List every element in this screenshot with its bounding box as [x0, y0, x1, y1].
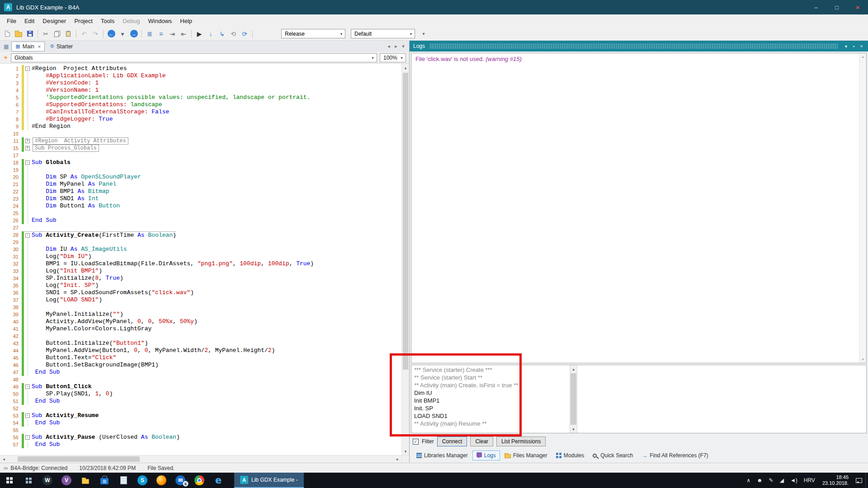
notepad-button[interactable]: [114, 473, 133, 488]
tab-find-all-references[interactable]: →Find All References (F7): [637, 450, 712, 461]
copy-button[interactable]: [52, 28, 62, 39]
quick-jump-icon[interactable]: ✦: [3, 54, 8, 61]
tab-libraries-manager[interactable]: Libraries Manager: [412, 450, 472, 460]
scroll-up-icon[interactable]: ▴: [402, 64, 409, 71]
comment-button[interactable]: ≣: [144, 28, 155, 39]
action-center-icon[interactable]: [853, 473, 865, 488]
menu-tools[interactable]: Tools: [97, 15, 118, 27]
save-button[interactable]: [24, 28, 35, 39]
filter-checkbox[interactable]: ✓: [413, 439, 419, 445]
code-editor[interactable]: 1-#Region Project Attributes2 #Applicati…: [0, 64, 409, 455]
volume-icon[interactable]: ◄): [787, 473, 801, 488]
pen-icon[interactable]: ✎: [766, 473, 777, 488]
step-over-button[interactable]: ↳: [217, 28, 227, 39]
tab-scroll-right-icon[interactable]: ▸: [392, 43, 400, 49]
menu-project[interactable]: Project: [70, 15, 96, 27]
store-button[interactable]: ⊞: [95, 473, 114, 488]
chrome-button[interactable]: [190, 473, 209, 488]
warnings-scrollbar[interactable]: ▴▾: [859, 53, 866, 363]
scroll-thumb[interactable]: [571, 373, 576, 425]
hidden-icons-chevron-icon[interactable]: ∧: [743, 473, 754, 488]
thunderbird-button[interactable]: ✉6: [171, 473, 190, 488]
connect-button[interactable]: Connect: [437, 436, 467, 446]
scroll-thumb[interactable]: [403, 73, 408, 370]
build-configuration-select[interactable]: Release ▾: [281, 29, 345, 38]
compiler-warnings-area[interactable]: File 'click.wav' is not used. (warning #…: [411, 53, 867, 363]
start-button[interactable]: [0, 473, 19, 488]
new-file-button[interactable]: [2, 28, 13, 39]
rebuild-button[interactable]: ⟳: [239, 28, 250, 39]
panel-drag-area[interactable]: [429, 44, 838, 49]
uncomment-button[interactable]: ≡: [156, 28, 166, 39]
collapse-icon[interactable]: -: [25, 233, 30, 238]
edge-button[interactable]: e: [209, 473, 228, 488]
tab-quick-search[interactable]: Quick Search: [589, 450, 637, 460]
clear-button[interactable]: Clear: [470, 436, 493, 446]
tab-logs[interactable]: Logs: [472, 450, 500, 460]
skype-button[interactable]: S: [133, 473, 152, 488]
maximize-button[interactable]: □: [826, 0, 847, 14]
code-area[interactable]: 1-#Region Project Attributes2 #Applicati…: [0, 64, 401, 455]
scroll-left-icon[interactable]: ◂: [0, 455, 8, 463]
file-explorer-button[interactable]: [76, 473, 95, 488]
people-icon[interactable]: ☻: [754, 473, 766, 488]
collapse-icon[interactable]: -: [25, 160, 30, 165]
tab-files-manager[interactable]: Files Manager: [500, 450, 552, 460]
menu-help[interactable]: Help: [176, 15, 196, 27]
indent-button[interactable]: ⇥: [167, 28, 178, 39]
tab-starter[interactable]: ⚙Starter: [46, 42, 77, 52]
logs-panel-header[interactable]: Logs ▾ ▪ ×: [410, 41, 868, 52]
editor-vertical-scrollbar[interactable]: ▴ ▾: [401, 64, 409, 455]
scroll-up-icon[interactable]: ▴: [862, 53, 863, 60]
cut-button[interactable]: ✂: [40, 28, 51, 39]
tab-menu-icon[interactable]: ▾: [400, 43, 407, 49]
show-desktop-button[interactable]: [865, 473, 868, 488]
scroll-down-icon[interactable]: ▾: [570, 425, 577, 433]
run-button[interactable]: ▶: [194, 28, 205, 39]
network-icon[interactable]: ◢: [777, 473, 787, 488]
open-button[interactable]: [13, 28, 24, 39]
tab-modules[interactable]: Modules: [552, 450, 588, 460]
firefox-button[interactable]: [152, 473, 171, 488]
wordpress-button[interactable]: W: [38, 473, 57, 488]
navigate-forward-button[interactable]: →: [128, 28, 139, 39]
run-configuration-select[interactable]: Default ▾: [351, 29, 415, 38]
menu-edit[interactable]: Edit: [20, 15, 38, 27]
editor-horizontal-scrollbar[interactable]: ◂ ▸: [0, 455, 409, 463]
expand-icon[interactable]: +: [25, 146, 30, 150]
scroll-track[interactable]: [402, 71, 409, 447]
device-log-scrollbar[interactable]: ▴ ▾: [570, 365, 577, 433]
menu-designer[interactable]: Designer: [38, 15, 70, 27]
scroll-down-icon[interactable]: ▾: [402, 447, 409, 455]
collapse-icon[interactable]: -: [25, 435, 30, 440]
language-indicator[interactable]: HRV: [801, 473, 818, 488]
scroll-track[interactable]: [8, 455, 394, 463]
taskbar-clock[interactable]: 18:45 23.10.2018.: [818, 474, 853, 486]
menu-windows[interactable]: Windows: [144, 15, 176, 27]
scroll-right-icon[interactable]: ▸: [394, 455, 401, 463]
member-select[interactable]: Globals ▾: [11, 53, 377, 62]
task-view-button[interactable]: [19, 473, 38, 488]
taskbar-active-app-button[interactable]: A Lib GDX Example -: [234, 473, 304, 488]
panel-menu-icon[interactable]: ▾: [842, 44, 850, 49]
navigate-back-button[interactable]: ←: [106, 28, 117, 39]
tab-close-icon[interactable]: ×: [38, 44, 41, 49]
panel-pin-icon[interactable]: ▪: [850, 44, 858, 49]
panel-close-icon[interactable]: ×: [858, 44, 865, 49]
scroll-down-icon[interactable]: ▾: [862, 356, 863, 363]
tab-main[interactable]: ▦Main×: [11, 42, 45, 52]
redo-button[interactable]: ↷: [90, 28, 101, 39]
viber-button[interactable]: V: [57, 473, 76, 488]
expand-icon[interactable]: +: [25, 139, 30, 143]
tab-scroll-left-icon[interactable]: ◂: [385, 43, 392, 49]
collapse-icon[interactable]: -: [25, 66, 30, 71]
device-log-area[interactable]: *** Service (starter) Create ***** Servi…: [411, 365, 867, 433]
outdent-button[interactable]: ⇤: [178, 28, 189, 39]
navigation-history-dropdown[interactable]: ▾: [117, 28, 128, 39]
scroll-up-icon[interactable]: ▴: [570, 365, 577, 373]
menu-file[interactable]: File: [3, 15, 20, 27]
minimize-button[interactable]: –: [806, 0, 826, 14]
collapse-icon[interactable]: -: [25, 385, 30, 389]
restart-button[interactable]: ⟲: [228, 28, 239, 39]
paste-button[interactable]: [63, 28, 74, 39]
